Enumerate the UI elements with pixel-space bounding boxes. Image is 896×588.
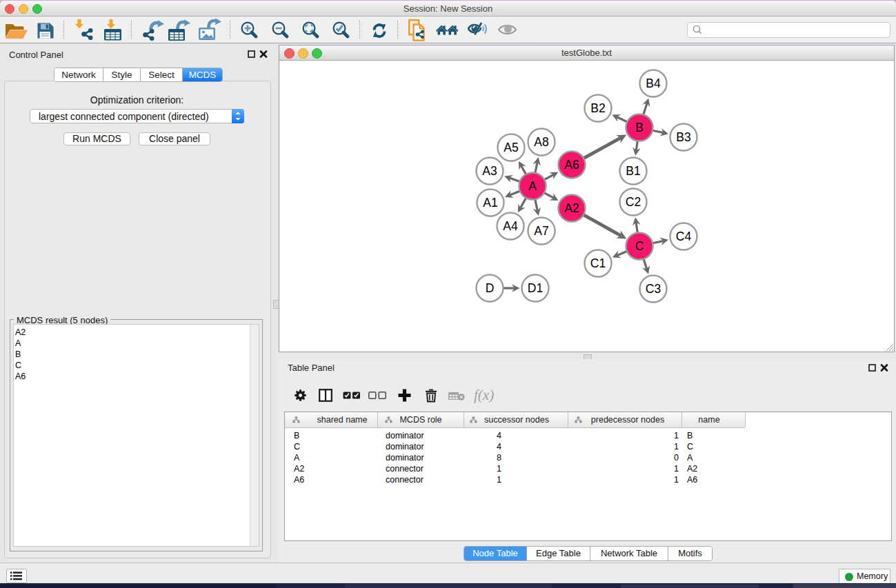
svg-text:A8: A8 <box>534 135 548 149</box>
svg-text:A3: A3 <box>482 164 497 178</box>
svg-text:B1: B1 <box>626 164 640 178</box>
svg-text:D1: D1 <box>528 281 543 295</box>
svg-text:B3: B3 <box>676 130 690 144</box>
svg-text:C1: C1 <box>590 256 606 270</box>
svg-text:D: D <box>486 281 495 295</box>
svg-text:B2: B2 <box>590 101 605 115</box>
svg-text:A6: A6 <box>564 158 579 172</box>
svg-text:C: C <box>635 239 644 253</box>
svg-text:A7: A7 <box>534 224 548 238</box>
svg-text:C2: C2 <box>626 195 641 209</box>
svg-text:A1: A1 <box>483 196 497 210</box>
svg-text:C3: C3 <box>646 282 661 296</box>
svg-text:A4: A4 <box>503 219 518 233</box>
svg-text:A2: A2 <box>564 201 579 215</box>
svg-text:B: B <box>635 121 644 134</box>
svg-text:A5: A5 <box>504 141 518 154</box>
svg-text:C4: C4 <box>676 230 692 243</box>
svg-text:B4: B4 <box>646 77 661 90</box>
svg-text:A: A <box>528 179 537 193</box>
